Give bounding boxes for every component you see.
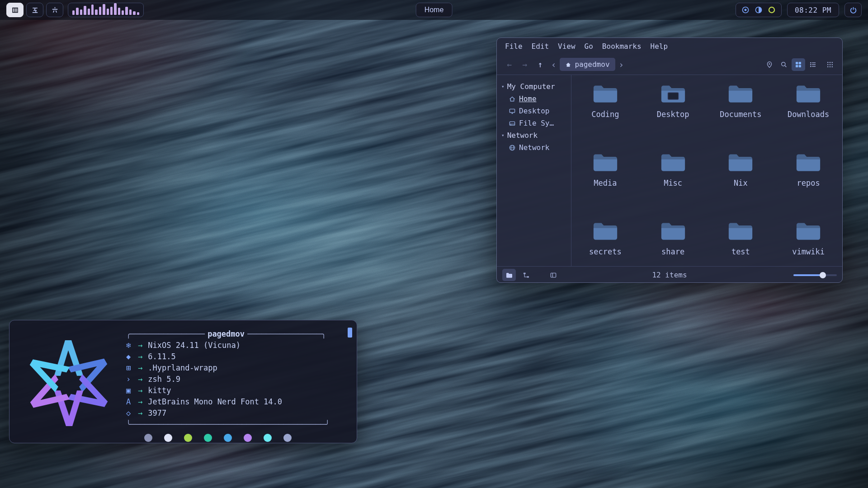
folder-icon bbox=[795, 221, 821, 244]
sidebar-item-label: File Sy… bbox=[519, 119, 554, 127]
folder-icon bbox=[727, 221, 754, 244]
location-pin-icon[interactable] bbox=[763, 58, 776, 71]
menu-bookmarks[interactable]: Bookmarks bbox=[598, 39, 646, 53]
menu-go[interactable]: Go bbox=[580, 39, 598, 53]
sidebar-section-my-computer[interactable]: ▾My Computer bbox=[501, 80, 571, 93]
folder-label: Desktop bbox=[657, 110, 689, 119]
folder-icon bbox=[592, 84, 618, 106]
workspace-switcher bbox=[6, 3, 63, 17]
sidebar-item-network[interactable]: Network bbox=[501, 141, 571, 154]
chevron-right-icon[interactable]: › bbox=[616, 60, 627, 70]
forward-button[interactable]: → bbox=[518, 58, 532, 71]
folder-misc[interactable]: Misc bbox=[639, 148, 707, 217]
clock: 08:22 PM bbox=[787, 3, 839, 17]
menu-file[interactable]: File bbox=[500, 39, 527, 53]
folder-test[interactable]: test bbox=[707, 217, 775, 266]
fetch-line-packages: ◇→3977 bbox=[126, 408, 349, 419]
folder-secrets[interactable]: secrets bbox=[571, 217, 639, 266]
file-manager-body: ▾My ComputerHomeDesktopFile Sy…▾NetworkN… bbox=[497, 75, 842, 266]
folder-share[interactable]: share bbox=[639, 217, 707, 266]
palette-dot-6 bbox=[264, 434, 272, 442]
chevron-left-icon[interactable]: ‹ bbox=[548, 60, 559, 70]
folder-documents[interactable]: Documents bbox=[707, 80, 775, 148]
visualizer-bar bbox=[118, 8, 120, 15]
sidebar-item-filesy[interactable]: File Sy… bbox=[501, 117, 571, 129]
fetch-line-kernel: ◆→6.11.5 bbox=[126, 351, 349, 362]
folder-repos[interactable]: repos bbox=[774, 148, 842, 217]
fetch-line-os: ❄→NixOS 24.11 (Vicuna) bbox=[126, 340, 349, 351]
fastfetch-info: ╭──────────────── pagedmov ─────────────… bbox=[126, 327, 349, 439]
workspace-6[interactable] bbox=[46, 3, 63, 17]
power-icon bbox=[849, 6, 857, 14]
power-button[interactable] bbox=[844, 3, 862, 17]
list-view-button[interactable] bbox=[806, 58, 820, 71]
shell-icon: › bbox=[126, 374, 138, 385]
workspace-5[interactable] bbox=[26, 3, 43, 17]
monitor-icon bbox=[509, 108, 516, 115]
file-grid: CodingDesktopDocumentsDownloadsMediaMisc… bbox=[571, 75, 842, 266]
packages-icon: ◇ bbox=[126, 408, 138, 419]
sidebar-item-home[interactable]: Home bbox=[501, 93, 571, 105]
hostname: pagedmov bbox=[208, 328, 245, 340]
ring-icon[interactable] bbox=[768, 6, 776, 14]
fetch-terminal-value: kitty bbox=[148, 385, 171, 396]
visualizer-bar bbox=[95, 9, 97, 15]
folder-downloads[interactable]: Downloads bbox=[774, 80, 842, 148]
grid-view-button[interactable] bbox=[792, 58, 805, 71]
visualizer-bar bbox=[107, 9, 109, 15]
folder-media[interactable]: Media bbox=[571, 148, 639, 217]
compact-view-button[interactable] bbox=[823, 58, 837, 71]
visualizer-bar bbox=[88, 9, 90, 15]
zoom-slider-handle[interactable] bbox=[820, 272, 826, 278]
tree-pane-button[interactable] bbox=[519, 269, 533, 281]
status-bar: 12 items bbox=[497, 266, 842, 283]
folder-icon bbox=[660, 221, 686, 244]
fetch-lines: ❄→NixOS 24.11 (Vicuna)◆→6.11.5⊞→.Hyprlan… bbox=[126, 340, 349, 419]
back-button[interactable]: ← bbox=[502, 58, 517, 71]
folder-label: vimwiki bbox=[792, 247, 825, 256]
half-circle-icon[interactable] bbox=[755, 6, 763, 14]
sidebar-item-label: Desktop bbox=[519, 107, 549, 115]
folder-icon bbox=[660, 84, 686, 106]
folder-desktop[interactable]: Desktop bbox=[639, 80, 707, 148]
dot-circle-icon[interactable] bbox=[741, 6, 750, 14]
menu-edit[interactable]: Edit bbox=[527, 39, 554, 53]
system-tray bbox=[736, 3, 782, 17]
folder-icon bbox=[592, 221, 618, 244]
folder-icon bbox=[660, 153, 686, 175]
sidebar-section-network[interactable]: ▾Network bbox=[501, 129, 571, 141]
sidebar-item-desktop[interactable]: Desktop bbox=[501, 105, 571, 117]
split-panel-button[interactable] bbox=[547, 269, 560, 281]
box-border: ────────────────╮ bbox=[247, 328, 326, 340]
drive-icon bbox=[509, 120, 516, 127]
menu-help[interactable]: Help bbox=[646, 39, 673, 53]
palette-dot-0 bbox=[144, 434, 152, 442]
breadcrumb-home-segment[interactable]: pagedmov bbox=[560, 58, 615, 71]
arrow-icon: → bbox=[138, 385, 142, 396]
folder-coding[interactable]: Coding bbox=[571, 80, 639, 148]
font-icon: A bbox=[126, 396, 138, 408]
fetch-kernel-value: 6.11.5 bbox=[148, 351, 175, 362]
folder-label: Coding bbox=[591, 110, 619, 119]
folder-nix[interactable]: Nix bbox=[707, 148, 775, 217]
fetch-wm-value: .Hyprland-wrapp bbox=[148, 362, 217, 374]
up-button[interactable]: ↑ bbox=[533, 58, 547, 71]
visualizer-bar bbox=[99, 7, 101, 15]
home-button[interactable]: Home bbox=[416, 3, 453, 17]
folder-vimwiki[interactable]: vimwiki bbox=[774, 217, 842, 266]
visualizer-bar bbox=[76, 8, 78, 15]
folder-pane-button[interactable] bbox=[502, 269, 516, 281]
zoom-slider[interactable] bbox=[793, 269, 837, 281]
workspace-4[interactable] bbox=[6, 3, 24, 17]
folder-label: secrets bbox=[589, 247, 622, 256]
folder-label: Downloads bbox=[788, 110, 829, 119]
fetch-packages-value: 3977 bbox=[148, 408, 166, 419]
menu-view[interactable]: View bbox=[553, 39, 580, 53]
search-icon[interactable] bbox=[777, 58, 791, 71]
visualizer-bar bbox=[137, 12, 139, 15]
palette-dot-4 bbox=[224, 434, 232, 442]
folder-icon bbox=[727, 84, 754, 106]
os-icon: ❄ bbox=[126, 340, 138, 351]
fastfetch-terminal: ╭──────────────── pagedmov ─────────────… bbox=[9, 320, 357, 443]
folder-label: Nix bbox=[734, 178, 748, 188]
